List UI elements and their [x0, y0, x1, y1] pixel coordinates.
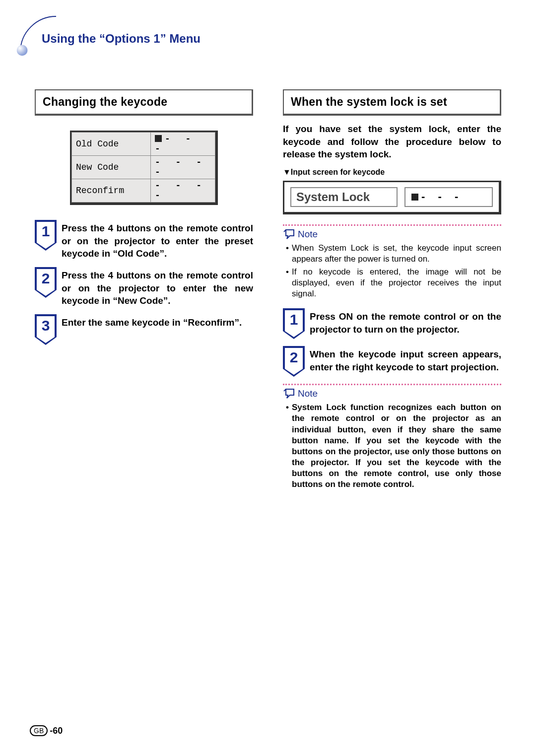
note-label: Note [298, 229, 318, 240]
step-number: 1 [283, 308, 305, 331]
note-header: Note [283, 229, 501, 240]
step-marker: 3 [35, 314, 56, 345]
keycode-dialog-figure: Old Code - - - New Code - - - - Reconfir… [70, 131, 218, 205]
cursor-icon [155, 135, 162, 142]
keycode-row-label: Old Code [72, 133, 151, 156]
note-icon [283, 229, 296, 240]
note-separator [283, 224, 501, 226]
note-item: If no keycode is entered, the image will… [286, 267, 501, 299]
step-item: 2 When the keycode input screen appears,… [283, 346, 501, 377]
system-lock-label: System Lock [290, 187, 398, 207]
step-marker: 2 [35, 267, 56, 298]
left-column: Changing the keycode Old Code - - - New … [35, 89, 253, 499]
step-marker: 1 [283, 308, 304, 339]
step-number: 2 [283, 346, 305, 369]
step-number: 1 [35, 220, 57, 243]
step-item: 2 Press the 4 buttons on the remote cont… [35, 267, 253, 307]
cursor-icon [411, 194, 418, 201]
step-item: 1 Press ON on the remote control or on t… [283, 308, 501, 339]
note-list: System Lock function recognizes each but… [286, 402, 501, 490]
step-text: When the keycode input screen appears, e… [310, 348, 501, 373]
keycode-row-value: - - - [150, 133, 215, 156]
step-number: 3 [35, 314, 57, 337]
figure-caption: ▼Input screen for keycode [283, 168, 501, 177]
page: Using the “Options 1” Menu Changing the … [0, 0, 536, 756]
keycode-row-label: Reconfirm [72, 179, 151, 203]
on-button-word: ON [339, 311, 353, 322]
note-separator [283, 384, 501, 385]
step-text: Enter the same keycode in “Reconfirm”. [62, 316, 242, 329]
section-heading-left: Changing the keycode [35, 89, 253, 116]
page-number: -60 [50, 726, 63, 736]
note-label: Note [298, 388, 318, 399]
content-columns: Changing the keycode Old Code - - - New … [35, 89, 506, 499]
page-title: Using the “Options 1” Menu [42, 32, 201, 46]
note-item: System Lock function recognizes each but… [286, 402, 501, 490]
keycode-row-value: - - - - [150, 179, 215, 203]
system-lock-code-field: - - - [404, 187, 493, 207]
step-text: Press the 4 buttons on the remote contro… [62, 222, 253, 260]
region-badge: GB [30, 725, 48, 736]
step-marker: 1 [35, 220, 56, 251]
step-number: 2 [35, 267, 57, 290]
keycode-row-value: - - - - [150, 156, 215, 179]
right-column: When the system lock is set If you have … [283, 89, 501, 499]
note-item: When System Lock is set, the keycode inp… [286, 243, 501, 265]
page-footer: GB -60 [30, 725, 63, 736]
system-lock-input-figure: System Lock - - - [283, 181, 501, 214]
section-heading-right: When the system lock is set [283, 89, 501, 116]
note-header: Note [283, 388, 501, 399]
step-marker: 2 [283, 346, 304, 377]
step-item: 3 Enter the same keycode in “Reconfirm”. [35, 314, 253, 345]
step-text: Press ON on the remote control or on the… [310, 310, 501, 336]
step-text: Press the 4 buttons on the remote contro… [62, 269, 253, 307]
intro-paragraph: If you have set the system lock, enter t… [283, 123, 501, 161]
keycode-row-label: New Code [72, 156, 151, 179]
note-list: When System Lock is set, the keycode inp… [286, 243, 501, 299]
step-item: 1 Press the 4 buttons on the remote cont… [35, 220, 253, 260]
note-icon [283, 388, 296, 399]
svg-point-0 [17, 45, 28, 56]
